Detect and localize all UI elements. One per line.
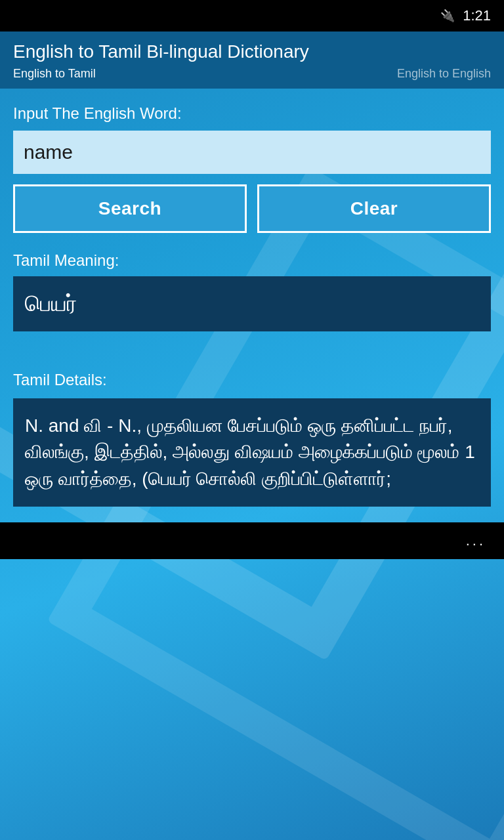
- details-text: N. and வி - N., முதலியன பேசப்படும் ஒரு த…: [25, 415, 475, 489]
- meaning-label: Tamil Meaning:: [13, 251, 491, 270]
- meaning-box: பெயர்: [13, 276, 491, 331]
- bottom-bar: ...: [0, 522, 504, 559]
- details-section: Tamil Details: N. and வி - N., முதலியன ப…: [13, 371, 491, 507]
- status-icons: 🔌: [440, 9, 455, 23]
- action-buttons: Search Clear: [13, 184, 491, 233]
- battery-icon: 🔌: [440, 9, 455, 23]
- clear-button[interactable]: Clear: [257, 184, 491, 233]
- meaning-text: பெயர்: [25, 291, 77, 316]
- details-box: N. and வி - N., முதலியன பேசப்படும் ஒரு த…: [13, 398, 491, 507]
- app-title: English to Tamil Bi-lingual Dictionary: [13, 41, 491, 63]
- tab-english-to-tamil[interactable]: English to Tamil: [13, 67, 96, 81]
- word-input[interactable]: [13, 131, 491, 174]
- status-time: 1:21: [463, 7, 491, 24]
- main-content: Input The English Word: Search Clear Tam…: [0, 89, 504, 523]
- nav-tabs: English to Tamil English to English: [13, 67, 491, 81]
- tab-english-to-english[interactable]: English to English: [397, 67, 491, 81]
- search-button[interactable]: Search: [13, 184, 247, 233]
- app-header: English to Tamil Bi-lingual Dictionary E…: [0, 32, 504, 89]
- status-bar: 🔌 1:21: [0, 0, 504, 32]
- more-icon[interactable]: ...: [466, 532, 486, 549]
- details-label: Tamil Details:: [13, 371, 491, 389]
- meaning-section: Tamil Meaning: பெயர்: [13, 251, 491, 331]
- input-label: Input The English Word:: [13, 104, 491, 123]
- input-section: Input The English Word:: [13, 104, 491, 174]
